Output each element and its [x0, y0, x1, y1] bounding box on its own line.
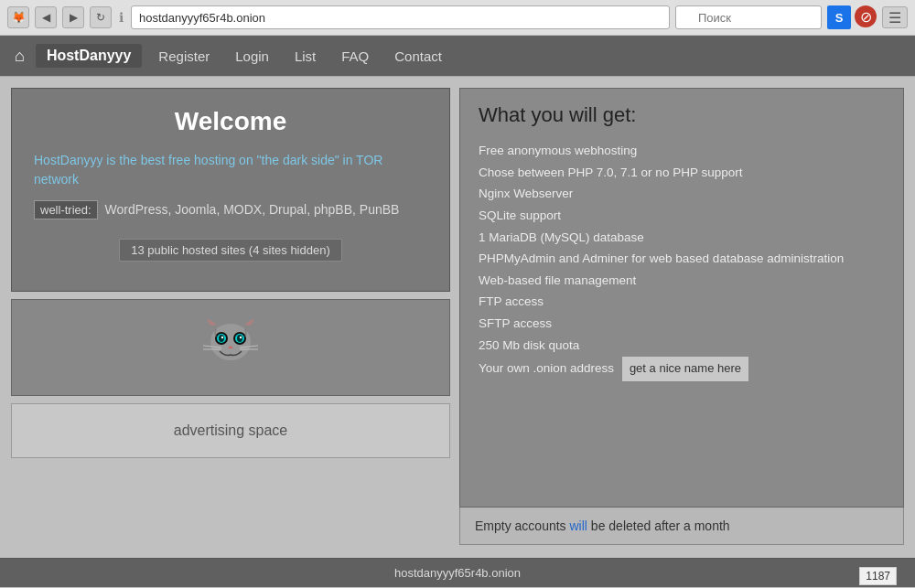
nav-faq[interactable]: FAQ: [328, 45, 382, 68]
list-item: Nginx Webserver: [479, 183, 885, 205]
welcome-description: HostDanyyy is the best free hosting on "…: [34, 151, 427, 189]
main-content: Welcome HostDanyyy is the best free host…: [0, 77, 915, 552]
forward-button[interactable]: ▶: [62, 6, 84, 28]
nav-register[interactable]: Register: [145, 45, 222, 68]
sites-badge: 13 public hosted sites (4 sites hidden): [119, 239, 342, 262]
list-item: FTP access: [479, 291, 885, 313]
list-item: PHPMyAdmin and Adminer for web based dat…: [479, 248, 885, 270]
well-tried-row: well-tried: WordPress, Joomla, MODX, Dru…: [34, 202, 427, 217]
url-bar[interactable]: [131, 5, 670, 29]
refresh-button[interactable]: ↻: [90, 6, 112, 28]
search-container: 🔍: [675, 5, 822, 29]
list-item: Your own .onion address get a nice name …: [479, 356, 885, 382]
home-icon[interactable]: ⌂: [7, 43, 32, 69]
firefox-logo[interactable]: 🦊: [7, 6, 29, 28]
cat-image-box: [11, 299, 450, 396]
right-panel: What you will get: Free anonymous webhos…: [459, 88, 904, 545]
footer: hostdanyyyf65r4b.onion: [0, 558, 915, 587]
features-title: What you will get:: [479, 103, 885, 127]
back-button[interactable]: ◀: [35, 6, 57, 28]
empty-text-after: be deleted after a month: [587, 519, 730, 533]
list-item: 250 Mb disk quota: [479, 335, 885, 357]
browser-icons: S ⊘: [827, 5, 877, 29]
security-icon: ℹ: [117, 10, 125, 25]
svg-point-13: [221, 337, 223, 338]
stop-icon[interactable]: ⊘: [855, 5, 877, 27]
svg-point-12: [237, 335, 242, 342]
ad-box: advertising space: [11, 403, 450, 458]
empty-text-before: Empty accounts: [475, 519, 570, 533]
hamburger-menu[interactable]: ☰: [882, 6, 908, 28]
footer-domain: hostdanyyyf65r4b.onion: [394, 566, 521, 580]
list-item: SFTP access: [479, 313, 885, 335]
bottom-bar: hostdanyyyf65r4b.onion 1187: [0, 552, 915, 588]
brand-label[interactable]: HostDanyyy: [36, 44, 142, 68]
left-panel: Welcome HostDanyyy is the best free host…: [11, 88, 450, 545]
what-box: What you will get: Free anonymous webhos…: [459, 88, 904, 508]
list-item: SQLite support: [479, 205, 885, 227]
list-item: Web-based file management: [479, 270, 885, 292]
browser-chrome: 🦊 ◀ ▶ ↻ ℹ 🔍 S ⊘ ☰ ⌂ HostDanyyy Register …: [0, 0, 915, 77]
well-tried-label: well-tried:: [34, 200, 98, 219]
svg-point-14: [240, 337, 242, 338]
features-list: Free anonymous webhosting Chose between …: [479, 140, 885, 382]
welcome-title: Welcome: [34, 107, 427, 136]
browser-toolbar: 🦊 ◀ ▶ ↻ ℹ 🔍 S ⊘ ☰: [0, 0, 915, 36]
nav-bar: ⌂ HostDanyyy Register Login List FAQ Con…: [0, 36, 915, 76]
nav-login[interactable]: Login: [222, 45, 282, 68]
list-item: 1 MariaDB (MySQL) database: [479, 227, 885, 249]
page-number-badge: 1187: [859, 567, 897, 585]
nav-list[interactable]: List: [282, 45, 328, 68]
empty-text-highlight: will: [570, 519, 587, 533]
cheshire-cat-image: [194, 311, 267, 384]
empty-accounts-notice: Empty accounts will be deleted after a m…: [459, 508, 904, 545]
welcome-box: Welcome HostDanyyy is the best free host…: [11, 88, 450, 292]
well-tried-apps: WordPress, Joomla, MODX, Drupal, phpBB, …: [105, 202, 400, 217]
list-item: Chose between PHP 7.0, 7.1 or no PHP sup…: [479, 162, 885, 184]
search-input[interactable]: [675, 5, 822, 29]
ad-text: advertising space: [174, 422, 288, 439]
list-item: Free anonymous webhosting: [479, 140, 885, 162]
sync-icon[interactable]: S: [827, 5, 851, 29]
svg-point-11: [219, 335, 224, 342]
onion-address-link[interactable]: get a nice name here: [621, 356, 749, 382]
nav-contact[interactable]: Contact: [382, 45, 455, 68]
